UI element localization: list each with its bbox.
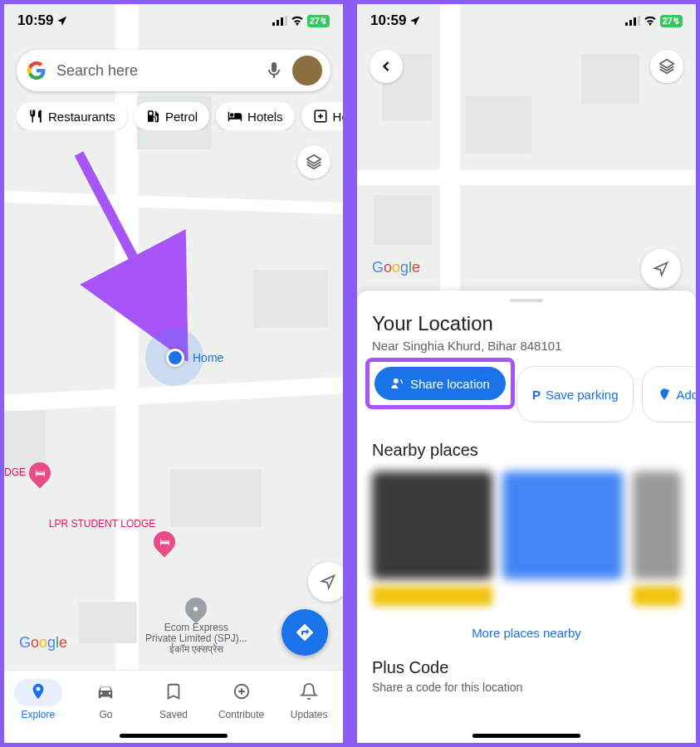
svg-line-5 [79,154,174,336]
pin-icon [29,682,47,701]
layers-icon [306,154,322,170]
nearby-card[interactable] [633,471,681,579]
drag-handle[interactable] [510,299,543,302]
share-person-icon [390,376,405,391]
recenter-button[interactable] [641,249,681,289]
share-location-button[interactable]: Share location [374,367,506,400]
bookmark-icon [164,682,183,701]
pin-plus-icon [658,388,671,401]
svg-rect-3 [285,16,287,26]
cellular-icon [272,16,287,26]
chip-restaurants[interactable]: Restaurants [17,102,127,130]
home-indicator[interactable] [472,734,580,738]
location-arrow-icon [320,574,336,590]
layers-button[interactable] [650,50,683,83]
bell-icon [300,682,318,701]
directions-fab[interactable] [281,609,328,656]
panel-subtitle: Near Singhia Khurd, Bihar 848101 [372,339,681,353]
annotation-highlight: Share location [365,358,515,409]
chip-hospitals[interactable]: Hosp [301,102,343,130]
clock-text: 10:59 [17,12,53,29]
svg-rect-1 [277,20,279,26]
status-bar: 10:59 27↯ [357,4,696,37]
chip-petrol[interactable]: Petrol [134,102,209,130]
google-watermark: Google [19,634,67,652]
action-row: Share location P Save parking Add [372,366,681,422]
bottom-navigation: Explore Go Saved Contribute Updates [4,670,343,743]
location-arrow-icon [56,15,68,27]
nearby-title: Nearby places [372,441,681,460]
parking-icon: P [532,388,541,402]
search-bar[interactable]: Search here [17,50,330,91]
bed-icon [228,109,242,124]
svg-rect-2 [281,17,283,26]
back-button[interactable] [370,50,403,83]
category-chips: Restaurants Petrol Hotels Hosp [17,102,343,130]
nearby-cards [372,471,681,579]
cellular-icon [625,16,640,26]
svg-rect-7 [625,22,628,26]
status-bar: 10:59 27↯ [4,4,343,37]
layers-icon [658,58,675,75]
nav-explore[interactable]: Explore [14,679,62,743]
nearby-card[interactable] [502,471,623,579]
svg-rect-0 [272,22,275,26]
poi-lpr-lodge[interactable]: LPR STUDENT LODGE 🛏 [29,519,175,553]
fuel-icon [145,109,160,124]
location-panel[interactable]: Your Location Near Singhia Khurd, Bihar … [357,290,696,743]
svg-rect-8 [629,20,632,26]
poi-ecom[interactable]: ● Ecom ExpressPrivate Limited (SPJ)...ईक… [145,598,247,656]
home-indicator[interactable] [120,734,228,738]
location-arrow-icon [653,261,669,277]
panel-title: Your Location [372,312,681,335]
profile-avatar[interactable] [292,56,322,85]
wifi-icon [644,16,657,26]
chevron-left-icon [378,58,394,75]
add-button[interactable]: Add [642,366,696,422]
microphone-icon[interactable] [264,61,284,81]
wifi-icon [291,16,304,26]
chip-hotels[interactable]: Hotels [216,102,295,130]
more-places-link[interactable]: More places nearby [372,614,681,652]
layers-button[interactable] [297,145,330,178]
svg-point-11 [394,378,399,383]
car-icon [96,682,115,701]
search-placeholder: Search here [56,62,256,80]
plus-circle-icon [233,682,251,701]
nearby-card[interactable] [372,471,492,579]
plus-code-title: Plus Code [372,658,681,677]
recenter-button[interactable] [308,562,347,602]
google-logo-icon [25,59,48,82]
location-label: Home [193,351,223,364]
svg-rect-10 [638,16,640,26]
battery-badge: 27↯ [307,15,330,27]
poi-lodge-partial[interactable]: DGE 🛏 [4,462,51,484]
google-watermark: Google [372,259,420,276]
plus-box-icon [313,109,328,124]
nav-updates[interactable]: Updates [285,679,333,743]
plus-code-subtitle: Share a code for this location [372,681,681,694]
utensils-icon [28,109,43,124]
battery-badge: 27↯ [660,15,683,27]
save-parking-button[interactable]: P Save parking [516,366,634,422]
location-arrow-icon [409,15,421,27]
clock-text: 10:59 [370,12,406,29]
svg-rect-9 [634,17,636,26]
directions-icon [295,622,315,642]
